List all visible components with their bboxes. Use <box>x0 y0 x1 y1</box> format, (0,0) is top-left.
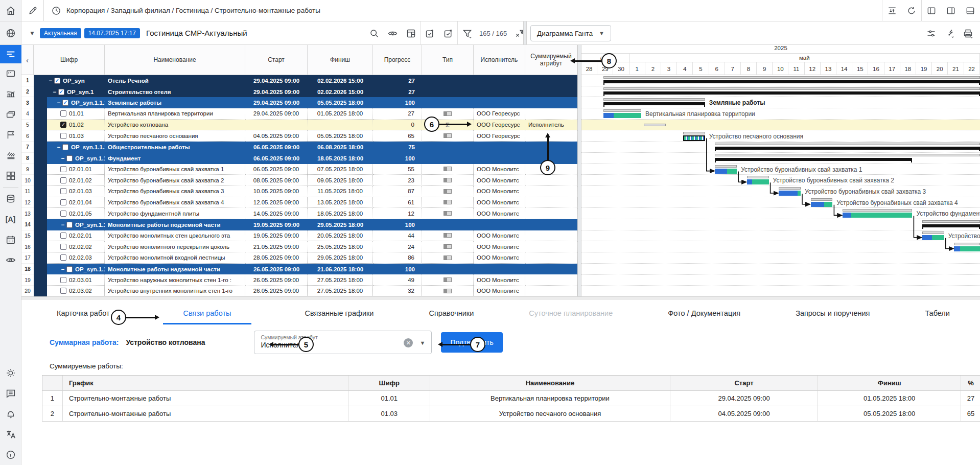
sidebar-item-hatch[interactable] <box>0 145 21 166</box>
collapse-toggle[interactable]: − <box>60 222 65 228</box>
table-row[interactable]: 2Строительно-монтажные работы01.03Устрой… <box>42 406 980 422</box>
clear-input-icon[interactable]: ✕ <box>404 338 413 347</box>
table-row[interactable]: 2−OP_syn.1Строительство отеля29.04.2025 … <box>21 86 577 98</box>
gantt-bar[interactable] <box>603 109 641 112</box>
gantt-bar[interactable] <box>603 91 980 95</box>
gantt-settings-button[interactable] <box>922 21 940 45</box>
table-row[interactable]: 3−OP_syn.1.1.1Земляные работы29.04.2025 … <box>21 97 577 108</box>
row-checkbox[interactable] <box>66 266 73 272</box>
table-row[interactable]: 1102.01.03Устройство буронабивных свай з… <box>21 186 577 197</box>
globe-button[interactable] <box>0 21 21 45</box>
column-header[interactable]: Шифр <box>34 45 105 75</box>
gantt-bar[interactable] <box>843 213 913 218</box>
tab-active[interactable]: Связи работы <box>163 302 252 324</box>
sidebar-item-visibility[interactable] <box>0 250 21 270</box>
chevron-down-icon[interactable]: ▼ <box>420 340 426 346</box>
column-header[interactable]: Прогресс <box>373 45 422 75</box>
row-checkbox[interactable] <box>60 244 66 250</box>
gantt-bar[interactable] <box>922 220 980 223</box>
row-checkbox[interactable] <box>60 211 66 217</box>
table-row[interactable]: 8−OP_syn.1.1.:Фундамент06.05.2025 09:001… <box>21 153 577 164</box>
confirm-button[interactable]: Подтвердить <box>441 332 502 353</box>
sidebar-item-histogram[interactable] <box>0 84 21 104</box>
sum-attribute-input[interactable]: Суммируемый атрибут Исполнитель ✕ ▼ <box>254 331 432 354</box>
table-row[interactable]: 902.01.01Устройство буронабивных свай за… <box>21 164 577 175</box>
layout-left-panel-button[interactable] <box>922 0 941 21</box>
row-checkbox[interactable] <box>58 89 64 95</box>
collapse-toggle[interactable]: − <box>60 266 65 272</box>
table-row[interactable]: 1002.01.02Устройство буронабивных свай з… <box>21 175 577 186</box>
table-row[interactable]: 1702.02.03Устройство монолитной входной … <box>21 252 577 264</box>
sidebar-item-cards[interactable] <box>0 63 21 84</box>
gantt-bar[interactable] <box>683 132 705 134</box>
columns-settings-button[interactable] <box>402 21 420 45</box>
gantt-bar[interactable] <box>811 198 833 201</box>
sync-button[interactable] <box>882 0 902 21</box>
row-checkbox[interactable] <box>60 277 66 283</box>
gantt-bar[interactable] <box>715 169 737 174</box>
column-header[interactable]: Тип <box>422 45 474 75</box>
row-checkbox[interactable] <box>60 232 66 239</box>
sidebar-item-layers[interactable] <box>0 104 21 125</box>
row-checkbox[interactable] <box>60 188 66 194</box>
row-checkbox[interactable] <box>54 78 60 84</box>
tab-item[interactable]: Табели <box>923 302 952 324</box>
gantt-bar[interactable] <box>779 191 801 196</box>
column-header[interactable]: ‹ <box>21 45 34 75</box>
tab-item[interactable]: Справочники <box>427 302 476 324</box>
row-checkbox[interactable] <box>60 122 66 128</box>
column-header[interactable]: Наименование <box>105 45 245 75</box>
table-row[interactable]: 2002.03.02Устройство внутренних монолитн… <box>21 286 577 296</box>
table-row[interactable]: 601.03Устройство песчаного основания04.0… <box>21 130 577 142</box>
sidebar-item-gantt[interactable] <box>0 45 21 63</box>
collapse-toggle[interactable]: − <box>60 155 65 161</box>
gantt-bar[interactable] <box>603 98 705 101</box>
sidebar-item-info[interactable] <box>0 445 21 465</box>
pane-splitter[interactable] <box>577 45 581 296</box>
table-row[interactable]: 1302.01.05Устройство фундаментной плиты1… <box>21 208 577 219</box>
row-checkbox[interactable] <box>60 177 66 183</box>
table-row[interactable]: 1Строительно-монтажные работы01.01Вертик… <box>42 391 980 406</box>
tab-item[interactable]: Запросы и поручения <box>794 302 872 324</box>
sidebar-item-language[interactable] <box>0 424 21 445</box>
gantt-bar[interactable] <box>922 224 980 227</box>
table-row[interactable]: 1502.02.01Устройство монолитных стен цок… <box>21 230 577 242</box>
table-row[interactable]: 1602.02.02Устройство монолитного перекры… <box>21 241 577 252</box>
column-header[interactable]: Финиш <box>308 45 373 75</box>
gantt-bar[interactable] <box>603 113 641 118</box>
row-checkbox[interactable] <box>60 166 66 172</box>
gantt-bar[interactable] <box>603 76 980 79</box>
sidebar-item-attributes[interactable]: [A] <box>0 209 21 229</box>
gantt-bar[interactable] <box>922 231 944 234</box>
search-button[interactable] <box>365 21 383 45</box>
gantt-bar[interactable] <box>954 246 980 251</box>
sidebar-item-notifications[interactable] <box>0 404 21 424</box>
check-all-button[interactable] <box>421 21 439 45</box>
edit-button[interactable] <box>21 0 44 21</box>
gantt-bar[interactable] <box>843 209 913 212</box>
tab-item[interactable]: Фото / Документация <box>666 302 742 324</box>
tab-item[interactable]: Связанные графики <box>302 302 376 324</box>
sidebar-item-database[interactable] <box>0 189 21 209</box>
refresh-button[interactable] <box>902 0 921 21</box>
sidebar-item-calendar[interactable] <box>0 229 21 250</box>
uncheck-all-button[interactable] <box>439 21 457 45</box>
collapse-toggle[interactable]: − <box>56 100 61 106</box>
gantt-bar[interactable] <box>715 165 737 168</box>
collapse-toggle[interactable]: − <box>48 78 53 84</box>
collapse-toggle[interactable]: − <box>56 144 61 150</box>
sidebar-item-theme[interactable] <box>0 363 21 383</box>
links-mode-button[interactable] <box>940 21 959 45</box>
filter-button[interactable] <box>458 21 476 45</box>
gantt-bar[interactable] <box>603 80 980 83</box>
gantt-bar[interactable] <box>779 187 801 190</box>
collapse-toggle[interactable]: − <box>52 89 57 95</box>
gantt-bar[interactable] <box>603 102 705 105</box>
sidebar-item-flag[interactable] <box>0 125 21 145</box>
gantt-bar[interactable] <box>954 243 980 245</box>
row-checkbox[interactable] <box>60 133 66 139</box>
gantt-bar[interactable] <box>715 143 980 145</box>
layout-right-panel-button[interactable] <box>941 0 961 21</box>
gantt-bar[interactable] <box>922 235 944 240</box>
table-row[interactable]: 14−OP_syn.1.1.:Монолитные работы подземн… <box>21 219 577 230</box>
